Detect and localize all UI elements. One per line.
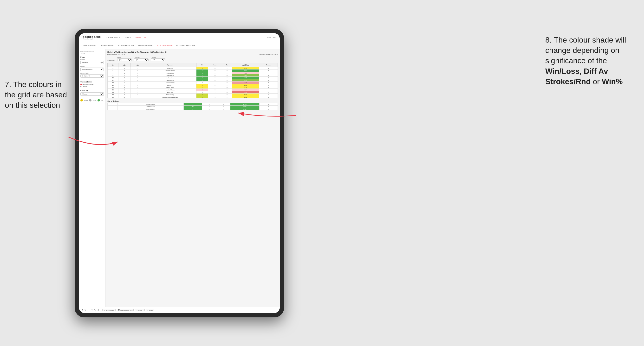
cell-opponent: Eunice Yi <box>144 84 196 86</box>
watch-btn[interactable]: 👁 Watch ▾ <box>135 309 145 311</box>
th-rounds: Rounds <box>259 63 278 67</box>
legend-dot-level <box>89 99 92 101</box>
cell-win: 0 <box>196 82 208 84</box>
nav-teams[interactable]: TEAMS <box>124 36 131 39</box>
overall-record: Overall Record: 353 - 34 - 6 <box>107 54 125 55</box>
gender-select[interactable]: Women's <box>80 61 104 64</box>
radio-top100[interactable]: Top 100 <box>80 86 104 87</box>
player-rank-select[interactable]: 8. Katelyn Vo <box>80 74 104 78</box>
sub-nav-player-summary[interactable]: PLAYER SUMMARY <box>138 44 154 47</box>
cell-rounds: 4 <box>259 77 278 79</box>
save-custom-btn[interactable]: 💾 Save Custom View <box>117 309 134 311</box>
filter-region-label: Region <box>117 57 132 58</box>
cell-div: 20 <box>108 96 118 98</box>
cell-conf: 1 <box>130 82 144 84</box>
nav-tournaments[interactable]: TOURNAMENTS <box>106 36 120 39</box>
division-label: Division <box>80 66 104 67</box>
cell-rounds: 2 <box>259 91 278 94</box>
cell-loss: 0 <box>208 77 222 79</box>
ood-loss: 0 <box>202 108 216 110</box>
ood-diff: 7.400 <box>230 108 259 110</box>
radio-opponents-played[interactable]: Opponents Played <box>80 84 104 85</box>
ood-loss: 0 <box>202 106 216 108</box>
table-row: 14 7 4 Eunice Yi 2 2 0 0.38 9 <box>108 84 278 86</box>
cell-diff: 1.25 <box>232 86 259 89</box>
watch-chevron: ▾ <box>143 309 144 311</box>
cell-diff: -3.00 <box>232 82 259 84</box>
cell-reg: 1 <box>118 89 130 91</box>
ood-empty <box>108 108 118 110</box>
cell-diff: -1.00 <box>232 72 259 74</box>
cell-conf: 3 <box>130 72 144 74</box>
cell-div: 6 <box>108 72 118 74</box>
cell-loss: 1 <box>208 94 222 96</box>
undo-icon[interactable]: ↺ <box>81 309 83 311</box>
cell-rounds: 6 <box>259 96 278 98</box>
cell-tie: 0 <box>222 89 232 91</box>
sub-nav-team-h2h-heatmap[interactable]: TEAM H2H HEATMAP <box>117 44 134 47</box>
ood-empty <box>108 106 118 108</box>
sign-out-link[interactable]: Sign out <box>267 36 276 39</box>
cell-rounds: 4 <box>259 67 278 69</box>
save-custom-label: Save Custom View <box>120 310 133 311</box>
cell-win: 1 <box>196 86 208 89</box>
legend-dot-down <box>80 99 83 101</box>
view-original-btn[interactable]: 👁 View: Original <box>102 309 116 311</box>
cell-diff: -5.00 <box>232 91 259 94</box>
edit-icon[interactable]: ✎ <box>94 309 96 311</box>
cell-opponent: Federica Domecq Lacroze <box>144 96 196 98</box>
cell-win: 0 <box>196 91 208 94</box>
th-win: Win <box>196 63 208 67</box>
share-btn[interactable]: ↗ Share <box>146 309 154 311</box>
colour-by-select[interactable]: Win/loss <box>80 92 104 96</box>
cell-opponent: Stella Cheng <box>144 86 196 89</box>
nav-committee[interactable]: COMMITTEE <box>135 36 146 39</box>
cell-opponent: Jessica Mason <box>144 89 196 91</box>
copy-icon[interactable]: ⬚ <box>91 309 93 311</box>
radio-label-top100: Top 100 <box>82 86 88 87</box>
th-tie: Tie <box>222 63 232 67</box>
cell-tie: 0 <box>222 69 232 72</box>
table-row: 13 1 1 Jessica Huang 0 1 0 -3.00 2 <box>108 82 278 84</box>
cell-conf: 7 <box>130 96 144 98</box>
ood-win: 1 <box>184 103 202 106</box>
colour-by-title: Colour by <box>80 90 104 91</box>
redo-icon[interactable]: ↻ <box>84 309 86 311</box>
filter-conference-select[interactable]: (All) <box>134 58 148 61</box>
cell-conf: 6 <box>130 94 144 96</box>
cell-opponent: Sydney Kuo <box>144 72 196 74</box>
sub-nav-team-h2h-grid[interactable]: TEAM H2H GRID <box>100 44 114 47</box>
cell-rounds: 2 <box>259 82 278 84</box>
cell-reg: 7 <box>118 84 130 86</box>
bottom-toolbar: ↺ ↻ ↩ ⬚ ✎ ⏱ 👁 View: Original 💾 Save Cust… <box>79 307 280 313</box>
logo-text: SCOREBOARD <box>83 36 101 38</box>
opponents-label: Opponents: <box>107 59 115 61</box>
cell-conf: 1 <box>130 89 144 91</box>
sub-nav-player-h2h-grid[interactable]: PLAYER H2H GRID <box>158 44 172 47</box>
clock-icon[interactable]: ⏱ <box>97 309 99 311</box>
filter-opponent-select[interactable]: (All) <box>151 58 166 61</box>
sub-nav-team-summary[interactable]: TEAM SUMMARY <box>83 44 96 47</box>
radio-dot-top100 <box>80 86 82 87</box>
th-opponent: Opponent <box>144 63 196 67</box>
ood-rounds: 10 <box>259 108 278 110</box>
filter-region-select[interactable]: (All) <box>117 58 132 61</box>
cell-opponent: Andrea York <box>144 77 196 79</box>
cell-tie: 0 <box>222 72 232 74</box>
cell-reg: 2 <box>118 69 130 72</box>
out-of-division-table: Foreign Team 1 0 0 4.500 2 NAIA Division… <box>107 103 278 110</box>
division-select[interactable]: NCAA Division III <box>80 68 104 71</box>
cell-win: 1 <box>196 89 208 91</box>
player-section-title: Player <box>80 56 104 58</box>
cell-win: 1 <box>196 69 208 72</box>
cell-reg: 3 <box>118 72 130 74</box>
cell-reg: 8 <box>118 86 130 89</box>
sub-nav-player-h2h-heatmap[interactable]: PLAYER H2H HEATMAP <box>176 44 195 47</box>
filter-row: Opponents: Region (All) Conference (All) <box>107 57 278 61</box>
ood-rounds: 30 <box>259 106 278 108</box>
nav-bar: SCOREBOARD Powered by clippd TOURNAMENTS… <box>79 33 280 42</box>
back-icon[interactable]: ↩ <box>88 309 89 311</box>
cell-win: 2 <box>196 84 208 86</box>
cell-rounds: 3 <box>259 74 278 77</box>
view-original-label: View: Original <box>106 310 114 311</box>
